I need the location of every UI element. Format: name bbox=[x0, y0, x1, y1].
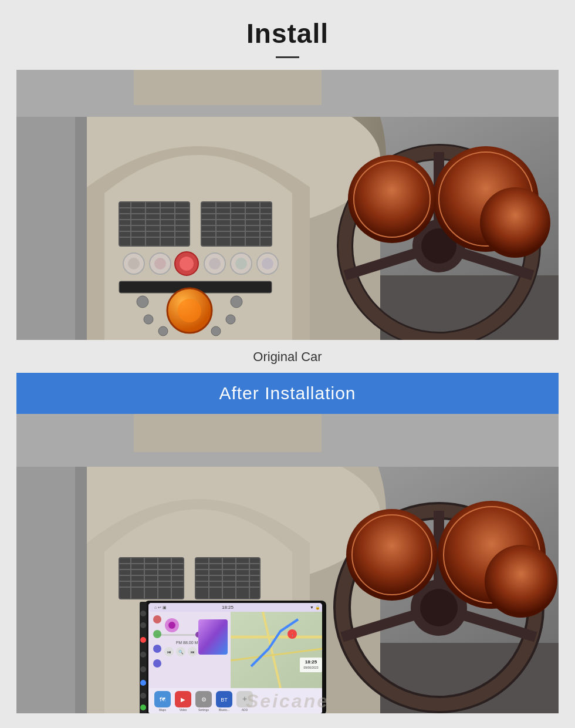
svg-point-158 bbox=[485, 545, 557, 618]
svg-point-60 bbox=[348, 155, 436, 243]
page-title: Install bbox=[0, 18, 575, 49]
svg-point-37 bbox=[235, 258, 247, 269]
after-install-banner: After Installation bbox=[16, 373, 559, 414]
page-container: Install bbox=[0, 0, 575, 713]
svg-point-49 bbox=[211, 326, 221, 336]
original-car-section: Original Car bbox=[0, 70, 575, 373]
svg-text:Settings: Settings bbox=[198, 708, 209, 712]
svg-text:Blueto...: Blueto... bbox=[219, 708, 229, 712]
svg-text:Video: Video bbox=[180, 708, 187, 712]
svg-point-45 bbox=[144, 315, 153, 324]
svg-text:18:25: 18:25 bbox=[222, 605, 234, 610]
original-car-image-wrapper bbox=[16, 70, 559, 340]
original-car-caption: Original Car bbox=[16, 340, 559, 373]
svg-text:18:25: 18:25 bbox=[305, 659, 317, 665]
svg-text:Seicane: Seicane bbox=[246, 690, 329, 712]
svg-point-29 bbox=[128, 258, 140, 269]
svg-text:⌂  ↩  ▣: ⌂ ↩ ▣ bbox=[154, 605, 167, 609]
svg-point-35 bbox=[209, 258, 221, 269]
svg-text:⏭: ⏭ bbox=[191, 650, 195, 654]
svg-point-97 bbox=[140, 652, 146, 658]
svg-rect-164 bbox=[134, 414, 322, 452]
svg-point-59 bbox=[480, 187, 550, 258]
svg-rect-65 bbox=[134, 70, 322, 105]
svg-point-159 bbox=[346, 509, 438, 601]
svg-point-43 bbox=[178, 299, 201, 322]
svg-point-148 bbox=[153, 659, 161, 668]
svg-text:BT: BT bbox=[221, 697, 228, 703]
svg-point-95 bbox=[140, 622, 146, 628]
svg-point-44 bbox=[137, 296, 148, 308]
svg-point-109 bbox=[168, 622, 175, 629]
svg-point-96 bbox=[140, 637, 146, 643]
after-car-svg: 18:25 ▼ 🔒 ⌂ ↩ ▣ FM 88.00 MHz ⏮ 🔍 bbox=[16, 414, 559, 713]
svg-rect-103 bbox=[148, 603, 322, 612]
after-car-image-wrapper: 18:25 ▼ 🔒 ⌂ ↩ ▣ FM 88.00 MHz ⏮ 🔍 bbox=[16, 414, 559, 713]
svg-point-31 bbox=[154, 258, 166, 269]
svg-text:▼ 🔒: ▼ 🔒 bbox=[310, 605, 320, 610]
svg-text:🗺: 🗺 bbox=[160, 696, 165, 703]
svg-point-145 bbox=[153, 615, 161, 623]
svg-text:Maps: Maps bbox=[159, 708, 167, 712]
svg-point-100 bbox=[140, 693, 146, 699]
svg-point-46 bbox=[231, 296, 242, 308]
after-install-text: After Installation bbox=[219, 383, 356, 403]
svg-point-147 bbox=[153, 645, 161, 653]
original-car-svg bbox=[16, 70, 559, 340]
svg-rect-119 bbox=[198, 619, 228, 655]
svg-point-98 bbox=[140, 666, 146, 672]
svg-point-99 bbox=[140, 680, 146, 686]
svg-point-47 bbox=[226, 315, 235, 324]
svg-text:🔍: 🔍 bbox=[178, 649, 184, 655]
svg-point-39 bbox=[262, 258, 273, 269]
svg-point-101 bbox=[140, 705, 146, 710]
svg-point-94 bbox=[140, 611, 146, 616]
header-section: Install bbox=[0, 0, 575, 70]
svg-text:▶: ▶ bbox=[181, 696, 185, 703]
svg-text:⏮: ⏮ bbox=[167, 650, 171, 654]
svg-point-48 bbox=[158, 326, 168, 336]
svg-point-33 bbox=[180, 257, 194, 271]
svg-text:📍: 📍 bbox=[290, 632, 295, 637]
svg-rect-17 bbox=[201, 202, 272, 246]
svg-point-146 bbox=[153, 630, 161, 638]
svg-point-155 bbox=[420, 589, 458, 626]
svg-rect-6 bbox=[119, 202, 190, 246]
after-install-section: After Installation bbox=[0, 373, 575, 713]
svg-text:⚙: ⚙ bbox=[201, 696, 207, 703]
svg-text:09/06/2023: 09/06/2023 bbox=[303, 666, 318, 669]
title-divider bbox=[276, 56, 299, 58]
